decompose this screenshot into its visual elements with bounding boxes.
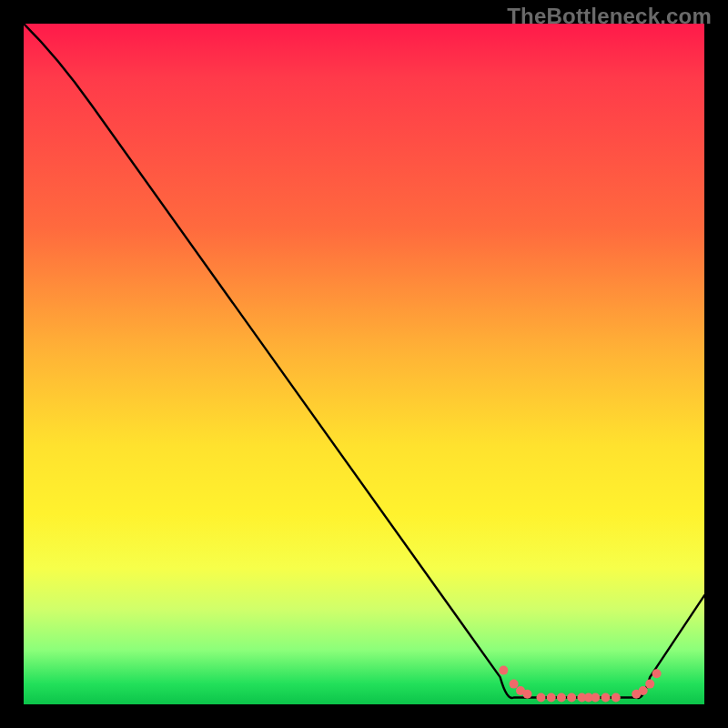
- marker-dot: [499, 666, 508, 675]
- marker-dot: [547, 693, 556, 703]
- chart-frame: TheBottleneck.com: [0, 0, 728, 728]
- marker-dot: [557, 693, 566, 703]
- marker-dot: [612, 693, 621, 703]
- marker-dot: [639, 686, 648, 695]
- curve-line: [24, 24, 704, 698]
- marker-dot: [645, 680, 654, 689]
- marker-dot: [591, 693, 600, 703]
- plot-area: [24, 24, 704, 704]
- marker-dot: [510, 680, 519, 689]
- chart-overlay: [24, 24, 704, 704]
- watermark-text: TheBottleneck.com: [507, 4, 712, 29]
- marker-dot: [652, 669, 662, 678]
- marker-dot: [523, 690, 532, 699]
- marker-dot: [602, 693, 611, 703]
- marker-dot: [567, 693, 576, 703]
- marker-dot: [537, 693, 546, 703]
